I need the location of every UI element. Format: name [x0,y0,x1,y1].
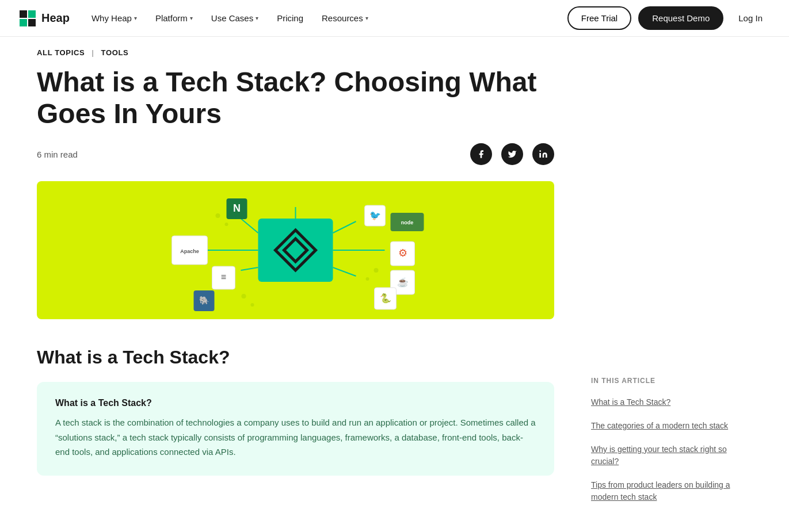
logo[interactable]: Heap [18,9,70,28]
svg-text:node: node [401,220,414,225]
svg-point-39 [242,294,246,298]
svg-text:☕: ☕ [397,277,409,288]
sidebar-link-2[interactable]: The categories of a modern tech stack [591,420,752,432]
svg-point-36 [225,223,228,226]
article-area: What is a Tech Stack? Choosing What Goes… [37,66,554,532]
nav-use-cases[interactable]: Use Cases ▾ [203,9,266,28]
svg-text:Apache: Apache [180,248,199,254]
svg-text:⚙: ⚙ [398,247,407,259]
social-share-icons [470,143,554,165]
chevron-down-icon: ▾ [365,15,368,21]
nav-why-heap[interactable]: Why Heap ▾ [83,9,145,28]
breadcrumb: ALL TOPICS | TOOLS [0,37,789,66]
svg-text:≡: ≡ [221,272,226,282]
article-meta: 6 min read [37,143,554,165]
breadcrumb-current: TOOLS [101,48,129,57]
section-heading-tech-stack: What is a Tech Stack? [37,347,554,368]
hero-image: Apache N node 🐦 ⚙ ☕ ≡ [37,181,554,319]
linkedin-icon [539,150,548,159]
svg-point-40 [251,303,254,307]
article-sidebar: IN THIS ARTICLE What is a Tech Stack? Th… [591,66,752,532]
free-trial-button[interactable]: Free Trial [567,6,631,30]
heap-logo-icon [18,9,37,28]
svg-point-37 [374,268,379,273]
svg-point-35 [216,213,220,218]
svg-rect-0 [20,10,27,18]
twitter-share-button[interactable] [501,143,523,165]
read-time: 6 min read [37,150,78,159]
navbar: Heap Why Heap ▾ Platform ▾ Use Cases ▾ P… [0,0,789,37]
svg-rect-2 [20,19,27,26]
svg-rect-4 [539,153,541,158]
nav-platform[interactable]: Platform ▾ [147,9,201,28]
nav-right: Free Trial Request Demo Log In [567,6,771,30]
svg-point-38 [366,277,369,281]
chevron-down-icon: ▾ [256,15,258,21]
nav-resources[interactable]: Resources ▾ [314,9,376,28]
sidebar-link-4[interactable]: Tips from product leaders on building a … [591,479,752,503]
sidebar-link-3[interactable]: Why is getting your tech stack right so … [591,443,752,468]
hero-illustration: Apache N node 🐦 ⚙ ☕ ≡ [37,181,554,319]
svg-rect-1 [28,10,36,18]
callout-body: A tech stack is the combination of techn… [55,415,536,460]
facebook-share-button[interactable] [470,143,492,165]
callout-box: What is a Tech Stack? A tech stack is th… [37,382,554,476]
callout-title: What is a Tech Stack? [55,398,536,408]
twitter-icon [508,150,517,159]
svg-rect-3 [28,19,36,26]
nav-left: Heap Why Heap ▾ Platform ▾ Use Cases ▾ P… [18,9,376,28]
svg-text:N: N [233,202,241,214]
chevron-down-icon: ▾ [134,15,137,21]
article-title: What is a Tech Stack? Choosing What Goes… [37,66,554,129]
breadcrumb-all-topics[interactable]: ALL TOPICS [37,48,85,57]
sidebar-heading: IN THIS ARTICLE [591,377,752,385]
nav-pricing[interactable]: Pricing [269,9,311,28]
login-button[interactable]: Log In [730,7,771,29]
sidebar-link-1[interactable]: What is a Tech Stack? [591,396,752,408]
logo-text: Heap [41,12,70,25]
breadcrumb-separator: | [92,48,94,57]
svg-point-5 [539,151,541,152]
svg-text:🐘: 🐘 [199,296,209,305]
chevron-down-icon: ▾ [190,15,193,21]
svg-text:🐦: 🐦 [369,210,381,221]
nav-links: Why Heap ▾ Platform ▾ Use Cases ▾ Pricin… [83,9,376,28]
svg-text:🐍: 🐍 [380,293,391,304]
linkedin-share-button[interactable] [532,143,554,165]
main-layout: What is a Tech Stack? Choosing What Goes… [0,66,789,532]
request-demo-button[interactable]: Request Demo [638,6,723,30]
facebook-icon [477,150,486,159]
